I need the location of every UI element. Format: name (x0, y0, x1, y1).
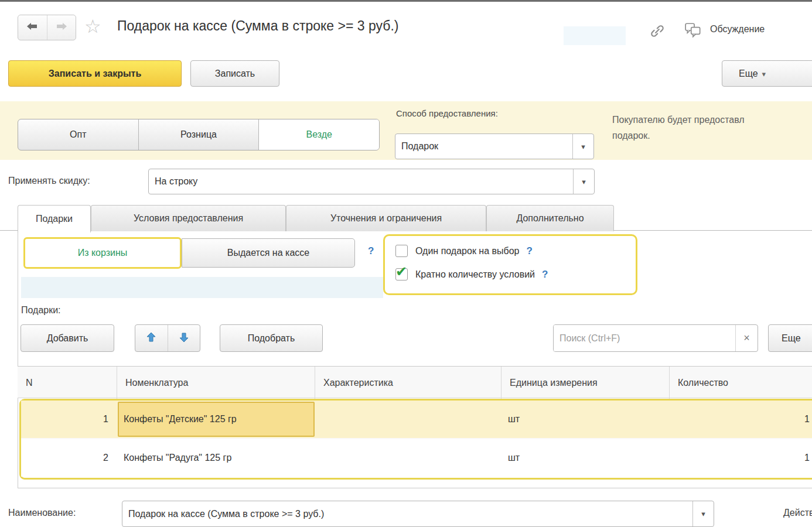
discussion-label[interactable]: Обсуждение (710, 24, 765, 35)
move-down-button[interactable] (168, 325, 200, 351)
segment-roznitsa[interactable]: Розница (138, 119, 259, 150)
tab-utochneniya[interactable]: Уточнения и ограничения (286, 205, 486, 231)
segment-opt[interactable]: Опт (18, 119, 138, 150)
arrow-down-icon (178, 331, 190, 345)
scope-segmented-control: Опт Розница Везде (18, 119, 380, 150)
more-button-table-label: Еще (782, 333, 801, 344)
highlight-band (21, 277, 383, 298)
discussion-icon[interactable] (684, 22, 703, 42)
checkbox-one-gift-label: Один подарок на выбор (415, 246, 519, 256)
move-buttons (135, 324, 200, 352)
scope-hint-text: Покупателю будет предоставл подарок. (612, 112, 745, 143)
table-bottom-border (18, 488, 812, 488)
chevron-down-icon[interactable] (692, 501, 714, 526)
column-header-nomenclature[interactable]: Номенклатура (117, 367, 315, 399)
search-box: × (553, 324, 758, 352)
forward-button[interactable] (47, 15, 76, 40)
search-input[interactable] (554, 325, 735, 351)
method-dropdown-value: Подарок (395, 134, 572, 159)
cell-qty[interactable]: 1 (669, 401, 812, 438)
apply-discount-value: На строку (149, 169, 573, 194)
help-icon[interactable]: ? (542, 269, 548, 280)
move-up-button[interactable] (135, 325, 168, 351)
source-help-icon[interactable]: ? (368, 245, 374, 257)
tab-dopolnitelno[interactable]: Дополнительно (486, 205, 614, 231)
save-close-button[interactable]: Записать и закрыть (8, 60, 182, 87)
table-header: N Номенклатура Характеристика Единица из… (18, 366, 812, 398)
get-link-icon[interactable] (649, 23, 666, 42)
gifts-list-label: Подарки: (21, 305, 61, 316)
promo-form-window: Подарок на кассе (Сумма в строке >= 3 ру… (0, 0, 812, 527)
method-label: Способ предоставления: (396, 108, 498, 118)
cell-unit[interactable]: шт (501, 439, 669, 477)
tab-podarki[interactable]: Подарки (18, 205, 91, 232)
checkmark-icon: ✔ (395, 265, 407, 279)
column-header-qty[interactable]: Количество (669, 367, 812, 399)
table-row[interactable]: 1 Конфеты "Детские" 125 гр шт 1 (21, 401, 812, 438)
checkbox-checked-icon[interactable]: ✔ (395, 268, 408, 280)
more-button-top-label: Еще (739, 69, 766, 79)
apply-discount-dropdown[interactable]: На строку (148, 169, 595, 194)
scope-hint-line2: подарок. (612, 128, 745, 143)
search-clear-icon[interactable]: × (735, 325, 758, 351)
tab-usloviya[interactable]: Условия предоставления (91, 205, 286, 231)
chevron-down-icon[interactable] (572, 134, 593, 159)
footer-right-text: Действу (783, 508, 812, 518)
help-icon[interactable]: ? (526, 245, 532, 257)
source-from-cart-button[interactable]: Из корзины (23, 237, 182, 269)
checkbox-icon[interactable] (395, 245, 408, 257)
favorite-star-icon[interactable] (84, 17, 101, 36)
cell-nomenclature[interactable]: Конфеты "Радуга" 125 гр (118, 439, 315, 477)
column-header-n[interactable]: N (18, 367, 117, 399)
checkbox-multiple-label: Кратно количеству условий (415, 269, 535, 280)
more-button-top[interactable]: Еще (722, 60, 812, 87)
gift-options-group: Один подарок на выбор ? ✔ Кратно количес… (383, 234, 637, 295)
pick-button[interactable]: Подобрать (220, 324, 323, 352)
apply-discount-label: Применять скидку: (8, 176, 90, 186)
checkbox-multiple-of-conditions[interactable]: ✔ Кратно количеству условий ? (395, 268, 548, 280)
cell-qty[interactable]: 1 (669, 439, 812, 477)
more-button-table[interactable]: Еще (768, 324, 812, 352)
cell-nomenclature-focused[interactable]: Конфеты "Детские" 125 гр (118, 402, 315, 437)
cell-n[interactable]: 1 (21, 401, 117, 438)
method-dropdown[interactable]: Подарок (395, 134, 594, 159)
add-button[interactable]: Добавить (21, 324, 114, 352)
name-dropdown-value: Подарок на кассе (Сумма в строке >= 3 ру… (122, 501, 692, 526)
checkbox-one-gift[interactable]: Один подарок на выбор ? (395, 245, 533, 257)
page-title: Подарок на кассе (Сумма в строке >= 3 ру… (117, 18, 398, 34)
cell-unit[interactable]: шт (501, 401, 669, 438)
name-dropdown[interactable]: Подарок на кассе (Сумма в строке >= 3 ру… (122, 501, 714, 527)
cell-characteristic[interactable] (315, 401, 501, 438)
nav-buttons (18, 15, 76, 40)
source-at-register-button[interactable]: Выдается на кассе (182, 238, 355, 268)
arrow-up-icon (145, 331, 157, 345)
cell-n[interactable]: 2 (21, 439, 117, 477)
chevron-down-icon[interactable] (573, 169, 594, 194)
column-header-characteristic[interactable]: Характеристика (315, 367, 501, 399)
segment-vezde[interactable]: Везде (258, 119, 379, 150)
back-button[interactable] (18, 15, 47, 40)
column-header-unit[interactable]: Единица измерения (501, 367, 669, 399)
back-arrow-icon (26, 21, 39, 34)
cell-characteristic[interactable] (315, 439, 501, 477)
name-label: Наименование: (8, 508, 76, 518)
save-button[interactable]: Записать (190, 60, 279, 87)
tab-content-border (18, 231, 18, 488)
forward-arrow-icon (55, 21, 68, 34)
title-highlight (564, 26, 626, 45)
scope-hint-line1: Покупателю будет предоставл (612, 112, 745, 128)
table-row[interactable]: 2 Конфеты "Радуга" 125 гр шт 1 (21, 439, 812, 477)
